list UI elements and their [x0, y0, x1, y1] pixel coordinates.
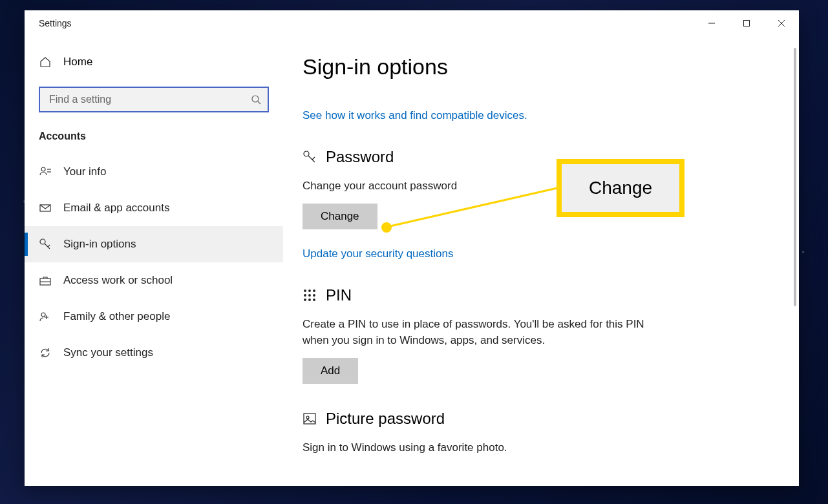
svg-point-13 — [304, 151, 309, 156]
pin-icon — [303, 288, 317, 302]
sidebar-group-accounts: Accounts — [25, 127, 283, 154]
sidebar-item-label: Email & app accounts — [63, 202, 169, 215]
svg-point-18 — [309, 294, 311, 296]
search-input[interactable] — [39, 87, 269, 112]
maximize-button[interactable] — [729, 10, 764, 36]
password-section: Password Change your account password Ch… — [303, 148, 769, 260]
pin-section: PIN Create a PIN to use in place of pass… — [303, 286, 769, 384]
home-label: Home — [63, 56, 92, 68]
minimize-button[interactable] — [694, 10, 729, 36]
close-icon — [778, 19, 785, 27]
sync-icon — [39, 346, 52, 359]
scrollbar[interactable] — [794, 48, 796, 306]
sidebar-item-sync[interactable]: Sync your settings — [25, 335, 283, 371]
home-icon — [39, 56, 52, 68]
svg-point-12 — [41, 313, 45, 317]
pin-description: Create a PIN to use in place of password… — [303, 316, 664, 349]
user-icon — [39, 165, 52, 178]
picture-description: Sign in to Windows using a favorite phot… — [303, 439, 664, 456]
sidebar-item-label: Family & other people — [63, 310, 170, 323]
key-icon — [303, 150, 317, 164]
titlebar: Settings — [25, 10, 799, 36]
sidebar-item-access-work[interactable]: Access work or school — [25, 262, 283, 299]
svg-point-6 — [41, 167, 45, 171]
svg-point-17 — [304, 294, 306, 296]
svg-point-4 — [252, 96, 259, 102]
callout-box: Change — [557, 159, 685, 217]
sidebar: Home Accounts Your info Email & app acco… — [25, 36, 283, 486]
svg-point-21 — [309, 299, 311, 300]
picture-title: Picture password — [326, 410, 445, 428]
security-questions-link[interactable]: Update your security questions — [303, 247, 453, 260]
change-password-button[interactable]: Change — [303, 204, 377, 229]
svg-point-15 — [309, 289, 311, 291]
picture-password-section: Picture password Sign in to Windows usin… — [303, 410, 769, 456]
search-icon — [251, 94, 261, 105]
svg-point-24 — [306, 416, 309, 419]
window-title: Settings — [39, 18, 72, 28]
sidebar-item-signin-options[interactable]: Sign-in options — [25, 226, 283, 262]
svg-point-22 — [313, 299, 315, 300]
desktop-background: Settings Home Ac — [0, 0, 828, 504]
maximize-icon — [743, 19, 750, 27]
sidebar-item-family[interactable]: Family & other people — [25, 299, 283, 335]
minimize-icon — [708, 19, 716, 27]
sidebar-item-label: Your info — [63, 165, 106, 178]
svg-point-20 — [304, 299, 306, 300]
mail-icon — [39, 202, 52, 215]
intro-link[interactable]: See how it works and find compatible dev… — [303, 109, 527, 121]
svg-point-14 — [304, 289, 306, 291]
sidebar-item-label: Sign-in options — [63, 238, 136, 251]
callout-label: Change — [589, 178, 652, 198]
svg-point-10 — [40, 239, 45, 244]
home-link[interactable]: Home — [25, 49, 283, 75]
sidebar-item-label: Sync your settings — [63, 346, 153, 359]
key-icon — [39, 238, 52, 251]
close-button[interactable] — [764, 10, 799, 36]
settings-window: Settings Home Ac — [25, 10, 799, 486]
page-title: Sign-in options — [303, 54, 769, 79]
picture-icon — [303, 412, 317, 426]
svg-rect-1 — [744, 21, 750, 26]
content-pane: Sign-in options See how it works and fin… — [283, 36, 799, 486]
password-title: Password — [326, 148, 394, 166]
svg-rect-23 — [304, 414, 315, 424]
briefcase-icon — [39, 274, 52, 287]
sidebar-item-label: Access work or school — [63, 274, 173, 287]
add-pin-button[interactable]: Add — [303, 358, 358, 384]
svg-line-5 — [258, 101, 260, 104]
pin-title: PIN — [326, 286, 352, 304]
svg-point-19 — [313, 294, 315, 296]
sidebar-item-email[interactable]: Email & app accounts — [25, 190, 283, 226]
sidebar-item-your-info[interactable]: Your info — [25, 154, 283, 190]
svg-point-16 — [313, 289, 315, 291]
people-icon — [39, 310, 52, 323]
